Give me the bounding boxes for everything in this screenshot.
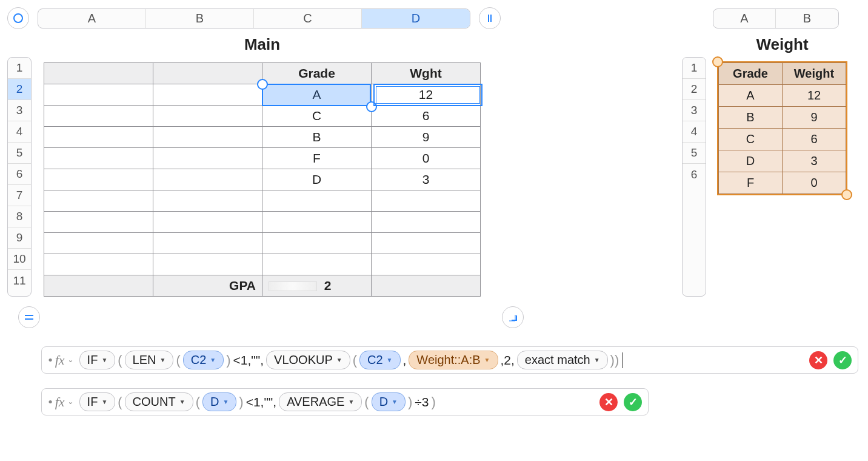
resize-handle[interactable] bbox=[502, 306, 524, 328]
token-count[interactable]: COUNT▼ bbox=[125, 392, 193, 411]
cell-B8[interactable] bbox=[153, 212, 262, 233]
weight-A5[interactable]: D bbox=[719, 150, 783, 172]
weight-header-weight[interactable]: Weight bbox=[783, 63, 846, 85]
cell-B4[interactable] bbox=[153, 127, 262, 148]
row-header-5[interactable]: 5 bbox=[8, 143, 31, 164]
row-header-9[interactable]: 9 bbox=[8, 227, 31, 249]
formula-cancel-button[interactable]: ✕ bbox=[599, 393, 618, 411]
row-header-1[interactable]: 1 bbox=[8, 58, 31, 79]
weight-B6[interactable]: 0 bbox=[783, 172, 846, 194]
cell-D6[interactable]: 3 bbox=[372, 169, 481, 190]
cell-D4[interactable]: 9 bbox=[372, 127, 481, 148]
selection-handle-c2-tl[interactable] bbox=[257, 79, 268, 90]
col-header-A[interactable]: A bbox=[38, 9, 146, 28]
token-average[interactable]: AVERAGE▼ bbox=[279, 392, 362, 411]
weight-col-header-B[interactable]: B bbox=[776, 9, 838, 28]
token-c2-b[interactable]: C2▼ bbox=[359, 351, 400, 369]
weight-row-4[interactable]: 4 bbox=[683, 121, 706, 143]
weight-A2[interactable]: A bbox=[719, 85, 783, 107]
token-c2[interactable]: C2▼ bbox=[183, 351, 224, 369]
row-header-10[interactable]: 10 bbox=[8, 249, 31, 270]
cell-A10[interactable] bbox=[44, 254, 153, 275]
cell-C8[interactable] bbox=[262, 212, 372, 233]
formula-accept-button[interactable]: ✓ bbox=[624, 393, 642, 411]
cell-D8[interactable] bbox=[372, 212, 481, 233]
main-row-headers[interactable]: 1 2 3 4 5 6 7 8 9 10 11 bbox=[7, 57, 32, 297]
cell-B2[interactable] bbox=[153, 84, 262, 106]
weight-row-1[interactable]: 1 bbox=[683, 58, 706, 79]
weight-table[interactable]: Grade Weight A12 B9 C6 D3 F0 bbox=[718, 62, 846, 194]
cell-B3[interactable] bbox=[153, 106, 262, 127]
main-header-D[interactable]: Wght bbox=[372, 63, 481, 84]
fx-icon[interactable]: • fx ⌄ bbox=[48, 352, 77, 368]
cell-A2[interactable] bbox=[44, 84, 153, 106]
token-if[interactable]: IF▼ bbox=[79, 351, 116, 369]
cell-B7[interactable] bbox=[153, 190, 262, 212]
token-len[interactable]: LEN▼ bbox=[125, 351, 174, 369]
formula-bar-2[interactable]: • fx ⌄ IF▼ ( COUNT▼ ( D▼ ) <1,"", AVERAG… bbox=[41, 388, 649, 416]
selection-handle-c2-br[interactable] bbox=[366, 101, 377, 112]
cell-A4[interactable] bbox=[44, 127, 153, 148]
weight-B4[interactable]: 6 bbox=[783, 129, 846, 150]
weight-A3[interactable]: B bbox=[719, 107, 783, 129]
weight-A4[interactable]: C bbox=[719, 129, 783, 150]
token-vlookup[interactable]: VLOOKUP▼ bbox=[266, 351, 350, 369]
cell-D11[interactable] bbox=[372, 275, 481, 297]
cell-B10[interactable] bbox=[153, 254, 262, 275]
cell-A9[interactable] bbox=[44, 233, 153, 254]
cell-C10[interactable] bbox=[262, 254, 372, 275]
cell-D5[interactable]: 0 bbox=[372, 148, 481, 169]
cell-C3[interactable]: C bbox=[262, 106, 372, 127]
main-table[interactable]: Grade Wght A 12 C 6 B 9 bbox=[44, 62, 481, 297]
cell-C2[interactable]: A bbox=[262, 84, 372, 106]
main-table-title[interactable]: Main bbox=[44, 35, 481, 54]
token-d-1[interactable]: D▼ bbox=[202, 392, 236, 411]
weight-A6[interactable]: F bbox=[719, 172, 783, 194]
main-header-C[interactable]: Grade bbox=[262, 63, 372, 84]
footer-gpa-cell[interactable]: 2 bbox=[262, 275, 372, 297]
cell-A6[interactable] bbox=[44, 169, 153, 190]
row-header-6[interactable]: 6 bbox=[8, 164, 31, 185]
cell-B5[interactable] bbox=[153, 148, 262, 169]
row-header-2[interactable]: 2 bbox=[8, 79, 31, 100]
weight-column-headers[interactable]: A B bbox=[713, 8, 839, 29]
token-d-2[interactable]: D▼ bbox=[372, 392, 406, 411]
weight-B5[interactable]: 3 bbox=[783, 150, 846, 172]
weight-table-title[interactable]: Weight bbox=[718, 35, 846, 54]
cell-D10[interactable] bbox=[372, 254, 481, 275]
weight-row-5[interactable]: 5 bbox=[683, 143, 706, 164]
cell-A3[interactable] bbox=[44, 106, 153, 127]
formula-cancel-button[interactable]: ✕ bbox=[809, 351, 827, 369]
footer-gpa-label[interactable]: GPA bbox=[153, 275, 262, 297]
token-exact-match[interactable]: exact match▼ bbox=[517, 351, 608, 369]
corner-select-circle[interactable] bbox=[7, 7, 29, 29]
weight-header-grade[interactable]: Grade bbox=[719, 63, 783, 85]
row-header-4[interactable]: 4 bbox=[8, 121, 31, 143]
cell-C4[interactable]: B bbox=[262, 127, 372, 148]
cell-C6[interactable]: D bbox=[262, 169, 372, 190]
cell-C7[interactable] bbox=[262, 190, 372, 212]
add-row-handle[interactable] bbox=[18, 306, 40, 328]
row-header-3[interactable]: 3 bbox=[8, 100, 31, 121]
cell-D2[interactable]: 12 bbox=[372, 84, 481, 106]
weight-range-handle-tl[interactable] bbox=[712, 56, 723, 67]
cell-B9[interactable] bbox=[153, 233, 262, 254]
main-column-headers[interactable]: A B C D bbox=[38, 8, 470, 29]
token-if-2[interactable]: IF▼ bbox=[79, 392, 116, 411]
cell-A8[interactable] bbox=[44, 212, 153, 233]
cell-C9[interactable] bbox=[262, 233, 372, 254]
row-header-8[interactable]: 8 bbox=[8, 206, 31, 227]
cell-D3[interactable]: 6 bbox=[372, 106, 481, 127]
weight-row-headers[interactable]: 1 2 3 4 5 6 bbox=[682, 57, 706, 297]
add-column-handle[interactable] bbox=[479, 7, 501, 29]
cell-D9[interactable] bbox=[372, 233, 481, 254]
col-header-D[interactable]: D bbox=[362, 9, 470, 28]
row-header-11[interactable]: 11 bbox=[8, 270, 31, 291]
weight-range-handle-br[interactable] bbox=[841, 189, 852, 200]
weight-row-2[interactable]: 2 bbox=[683, 79, 706, 100]
col-header-B[interactable]: B bbox=[146, 9, 254, 28]
cell-A11[interactable] bbox=[44, 275, 153, 297]
cell-B6[interactable] bbox=[153, 169, 262, 190]
cell-C5[interactable]: F bbox=[262, 148, 372, 169]
fx-icon[interactable]: • fx ⌄ bbox=[48, 394, 77, 410]
